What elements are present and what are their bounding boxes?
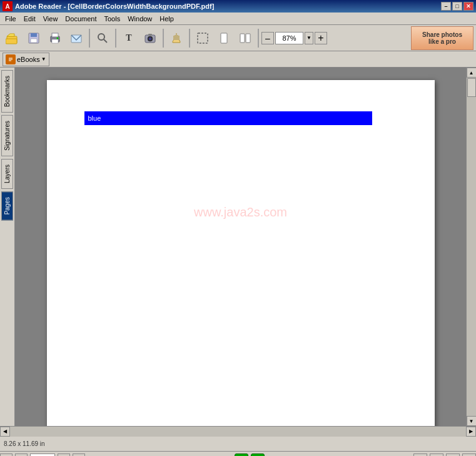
title-bar-controls: – □ ✕: [441, 2, 473, 11]
scroll-left-button[interactable]: ◀: [0, 427, 10, 437]
svg-rect-16: [148, 34, 152, 36]
menu-file[interactable]: File: [1, 14, 20, 24]
zoom-area: – 87% ▼ +: [261, 32, 327, 44]
svg-rect-18: [221, 33, 227, 43]
ebooks-dropdown-icon: ▼: [41, 56, 46, 62]
share-line1: Share photos: [422, 31, 462, 38]
window-title: Adobe Reader - [CellBorderColorsWidthBac…: [15, 3, 214, 10]
menu-tools[interactable]: Tools: [101, 14, 124, 24]
svg-rect-19: [240, 34, 245, 43]
zoom-minus-button[interactable]: –: [261, 32, 274, 44]
zoom-dropdown[interactable]: ▼: [305, 32, 313, 44]
svg-rect-17: [198, 33, 208, 43]
search-button[interactable]: [93, 28, 113, 49]
page-dimensions: 8.26 x 11.69 in: [4, 440, 45, 447]
watermark: www.java2s.com: [194, 205, 287, 220]
svg-rect-4: [31, 33, 37, 37]
print-button[interactable]: [45, 28, 65, 49]
svg-rect-7: [52, 33, 58, 37]
zoom-plus-button[interactable]: +: [315, 32, 327, 44]
pages-tab[interactable]: Pages: [1, 191, 13, 220]
page-input[interactable]: [30, 453, 55, 457]
separator-4: [189, 29, 190, 48]
separator-5: [258, 29, 259, 48]
svg-rect-20: [246, 34, 250, 43]
menu-window[interactable]: Window: [124, 14, 156, 24]
bookmarks-tab[interactable]: Bookmarks: [1, 70, 13, 113]
inner-close-button[interactable]: ✕: [462, 453, 476, 457]
scroll-right-button[interactable]: ▶: [466, 427, 476, 437]
svg-rect-2: [6, 39, 17, 44]
menu-view[interactable]: View: [39, 14, 62, 24]
title-bar-left: A Adobe Reader - [CellBorderColorsWidthB…: [3, 1, 214, 11]
toolbar: T – 87% ▼ + Share photos like a pro: [0, 25, 476, 51]
prev-page-button[interactable]: ◀: [15, 453, 28, 457]
svg-rect-5: [31, 39, 37, 43]
select-button[interactable]: [193, 28, 213, 49]
snapshot-button[interactable]: [140, 28, 160, 49]
next-page-button[interactable]: ▶: [58, 453, 70, 457]
signatures-tab[interactable]: Signatures: [1, 115, 13, 156]
main-area: Bookmarks Signatures Layers Pages blue w…: [0, 68, 476, 426]
svg-rect-8: [52, 39, 58, 43]
scroll-track[interactable]: [467, 78, 477, 416]
ebooks-icon: [6, 54, 16, 64]
text-select-button[interactable]: T: [119, 28, 139, 49]
window-controls-bottom: □ – □ ✕: [413, 453, 476, 457]
menu-edit[interactable]: Edit: [20, 14, 39, 24]
single-page-button[interactable]: [214, 28, 234, 49]
pdf-page: blue www.java2s.com: [47, 80, 435, 426]
last-page-button[interactable]: |▶: [73, 453, 85, 457]
scroll-thumb[interactable]: [467, 78, 476, 97]
inner-min-button[interactable]: –: [430, 453, 443, 457]
separator-3: [163, 29, 164, 48]
zoom-input[interactable]: 87%: [275, 32, 303, 44]
separator-2: [115, 29, 116, 48]
status-bar: 8.26 x 11.69 in: [0, 436, 476, 451]
inner-max-button[interactable]: □: [446, 453, 460, 457]
audio-play-button[interactable]: ▶: [235, 453, 248, 457]
layers-tab[interactable]: Layers: [1, 159, 13, 189]
blue-cell: blue: [84, 111, 372, 125]
separator-1: [89, 29, 90, 48]
share-photos-banner[interactable]: Share photos like a pro: [411, 26, 473, 50]
svg-line-12: [104, 39, 107, 43]
toolbar2: eBooks ▼: [0, 51, 476, 68]
svg-point-9: [57, 37, 59, 39]
title-bar: A Adobe Reader - [CellBorderColorsWidthB…: [0, 0, 476, 13]
pdf-viewer: blue www.java2s.com: [15, 68, 466, 426]
two-page-button[interactable]: [235, 28, 255, 49]
cell-text: blue: [88, 114, 101, 122]
restore-button[interactable]: □: [413, 453, 427, 457]
svg-point-15: [149, 37, 152, 40]
hscroll-track[interactable]: [10, 427, 466, 437]
svg-marker-1: [7, 34, 14, 36]
svg-point-11: [98, 34, 104, 40]
share-line2: like a pro: [428, 38, 456, 45]
maximize-button[interactable]: □: [452, 2, 462, 11]
minimize-button[interactable]: –: [441, 2, 451, 11]
bottom-scrollbar: ◀ ▶: [0, 426, 476, 436]
audio-stop-button[interactable]: ⏹: [251, 453, 265, 457]
sidebar: Bookmarks Signatures Layers Pages: [0, 68, 15, 426]
menu-help[interactable]: Help: [156, 14, 178, 24]
email-button[interactable]: [66, 28, 86, 49]
ebooks-button[interactable]: eBooks ▼: [3, 53, 49, 66]
menu-document[interactable]: Document: [61, 14, 100, 24]
scroll-up-button[interactable]: ▲: [467, 68, 477, 78]
app-icon: A: [3, 1, 13, 11]
save-button[interactable]: [24, 28, 44, 49]
close-button[interactable]: ✕: [463, 2, 473, 11]
hand-tool-button[interactable]: [166, 28, 186, 49]
menu-bar: File Edit View Document Tools Window Hel…: [0, 13, 476, 25]
share-photos-text: Share photos like a pro: [422, 31, 462, 45]
open-button[interactable]: [3, 28, 23, 49]
right-scrollbar: ▲ ▼: [466, 68, 476, 426]
ebooks-label: eBooks: [17, 56, 40, 63]
first-page-button[interactable]: ◀|: [0, 453, 13, 457]
scroll-down-button[interactable]: ▼: [467, 416, 477, 426]
nav-bar: ◀| ◀ ▶ |▶ ▶ ⏹ □ – □ ✕: [0, 451, 476, 456]
